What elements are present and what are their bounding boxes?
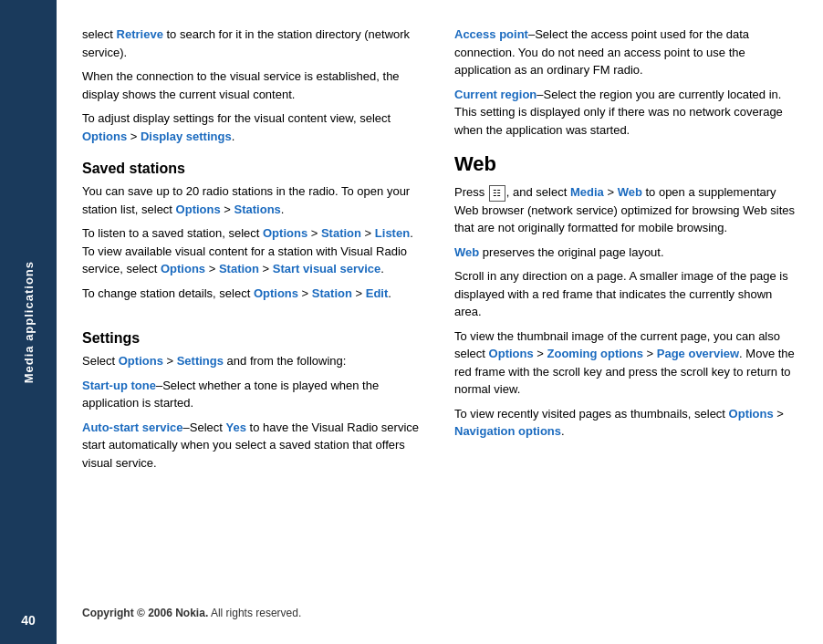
options-link-4[interactable]: Options — [161, 262, 205, 275]
web-heading: Web — [454, 152, 797, 176]
options-link-2-right[interactable]: Options — [729, 407, 774, 421]
web-para3: Scroll in any direction on a page. A sma… — [454, 267, 797, 321]
web-para5: To view recently visited pages as thumbn… — [454, 405, 797, 441]
station-link-1[interactable]: Station — [321, 226, 361, 240]
autostart-para: Auto-start service–Select Yes to have th… — [82, 419, 425, 473]
right-column: Access point–Select the access point use… — [454, 26, 797, 628]
main-content: select Retrieve to search for it in the … — [57, 0, 823, 644]
station-link-3[interactable]: Station — [312, 286, 352, 300]
web-section: Web Press ☷, and select Media > Web to o… — [454, 145, 797, 447]
access-point-term: Access point — [454, 27, 528, 41]
left-column: select Retrieve to search for it in the … — [82, 26, 425, 628]
options-link-5[interactable]: Options — [254, 286, 298, 300]
ss-para1: You can save up to 20 radio stations in … — [82, 182, 425, 218]
nav-options-link[interactable]: Navigation options — [454, 424, 561, 438]
settings-para1: Select Options > Settings and from the f… — [82, 352, 425, 370]
intro-para2: When the connection to the visual servic… — [82, 68, 425, 103]
zooming-link[interactable]: Zooming options — [547, 347, 643, 360]
settings-section: Settings Select Options > Settings and f… — [82, 321, 425, 478]
page-overview-link[interactable]: Page overview — [657, 347, 739, 360]
access-point-para: Access point–Select the access point use… — [454, 26, 797, 79]
stations-link[interactable]: Stations — [234, 203, 281, 216]
current-region-para: Current region–Select the region you are… — [454, 86, 797, 140]
settings-link[interactable]: Settings — [177, 354, 224, 368]
autostart-term: Auto-start service — [82, 421, 183, 434]
sidebar-title: Media applications — [22, 261, 36, 383]
options-link-2[interactable]: Options — [176, 203, 221, 216]
start-visual-link[interactable]: Start visual service — [273, 262, 381, 275]
options-link-1[interactable]: Options — [82, 130, 127, 143]
page-number: 40 — [0, 613, 57, 628]
web-link-2[interactable]: Web — [454, 245, 479, 259]
options-link-1-right[interactable]: Options — [489, 347, 534, 360]
retrieve-link[interactable]: Retrieve — [117, 27, 163, 41]
media-link[interactable]: Media — [570, 185, 604, 199]
web-link-1[interactable]: Web — [618, 185, 642, 199]
sidebar: Media applications 40 — [0, 0, 57, 644]
ss-para3: To change station details, select Option… — [82, 285, 425, 303]
listen-link[interactable]: Listen — [375, 226, 410, 240]
yes-link[interactable]: Yes — [226, 421, 246, 434]
web-para4: To view the thumbnail image of the curre… — [454, 327, 797, 399]
startup-tone-term: Start-up tone — [82, 379, 156, 392]
options-link-3[interactable]: Options — [263, 226, 307, 240]
copyright: Copyright © 2006 Nokia. All rights reser… — [82, 597, 425, 621]
startup-tone-para: Start-up tone–Select whether a tone is p… — [82, 377, 425, 412]
web-para2: Web preserves the original page layout. — [454, 244, 797, 262]
settings-heading: Settings — [82, 330, 425, 347]
display-settings-link[interactable]: Display settings — [141, 130, 232, 143]
options-link-6[interactable]: Options — [119, 354, 163, 368]
web-para1: Press ☷, and select Media > Web to open … — [454, 183, 797, 237]
station-link-2[interactable]: Station — [219, 262, 259, 275]
saved-stations-heading: Saved stations — [82, 161, 425, 177]
menu-icon: ☷ — [489, 185, 505, 202]
ss-para2: To listen to a saved station, select Opt… — [82, 224, 425, 278]
edit-link[interactable]: Edit — [366, 286, 389, 300]
saved-stations-section: Saved stations You can save up to 20 rad… — [82, 151, 425, 308]
intro-para3: To adjust display settings for the visua… — [82, 109, 425, 145]
current-region-term: Current region — [454, 88, 537, 101]
intro-para1: select Retrieve to search for it in the … — [82, 26, 425, 61]
